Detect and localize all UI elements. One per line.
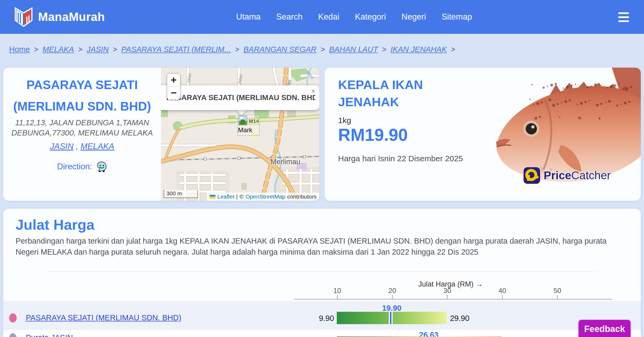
store-card: PASARAYA SEJATI (MERLIMAU SDN. BHD) 11,1… xyxy=(3,68,319,201)
map-zoom-control: + − xyxy=(167,74,180,100)
breadcrumb-separator: > xyxy=(382,45,387,54)
close-icon[interactable]: × xyxy=(311,87,316,96)
direction-label: Direction: xyxy=(57,162,92,171)
breadcrumb-separator: > xyxy=(34,45,38,54)
breadcrumb-home[interactable]: Home xyxy=(9,45,30,54)
hamburger-menu-icon[interactable] xyxy=(618,12,629,22)
manamurah-logo-icon xyxy=(14,6,34,27)
map-marker-box: M14 Mark xyxy=(237,115,259,135)
section-title: Julat Harga xyxy=(16,216,94,233)
product-card: KEPALA IKAN JENAHAK 1kg RM19.90 Harga ha… xyxy=(325,68,641,201)
axis-tick xyxy=(502,295,503,299)
current-price-label: 26.63 xyxy=(410,331,448,337)
axis-tick xyxy=(557,295,558,299)
district-average-row-link[interactable]: Purata JASIN xyxy=(26,333,73,337)
direction-row: Direction: xyxy=(3,161,161,172)
place-label: Merlimau xyxy=(270,158,300,166)
osm-link[interactable]: OpenStreetMap xyxy=(246,193,285,200)
breadcrumb-item[interactable]: IKAN JENAHAK xyxy=(391,45,447,54)
breadcrumb-item[interactable]: JASIN xyxy=(87,45,109,54)
breadcrumb-item[interactable]: BAHAN LAUT xyxy=(329,45,378,54)
axis-tick-label: 50 xyxy=(547,287,568,295)
nav-link-kategori[interactable]: Kategori xyxy=(355,12,386,22)
top-navbar: ManaMurah UtamaSearchKedaiKategoriNegeri… xyxy=(0,0,644,34)
breadcrumb-item[interactable]: PASARAYA SEJATI (MERLIM... xyxy=(121,45,231,54)
breadcrumb: Home>MELAKA>JASIN>PASARAYA SEJATI (MERLI… xyxy=(9,45,455,54)
min-price-label: 9.90 xyxy=(291,314,334,323)
leaflet-link[interactable]: Leaflet xyxy=(217,193,234,200)
store-price-row-link[interactable]: PASARAYA SEJATI (MERLIMAU SDN. BHD) xyxy=(26,313,181,322)
axis-tick xyxy=(447,295,448,299)
product-unit: 1kg xyxy=(338,116,351,125)
leaflet-map[interactable]: Jalan Jalan Jalan Merli Merlimau + − PAS… xyxy=(161,68,319,201)
breadcrumb-separator: > xyxy=(321,45,325,54)
axis-tick-label: 10 xyxy=(327,287,348,295)
road-badge: M14 xyxy=(248,118,260,124)
axis-tick xyxy=(392,295,393,299)
nav-menu: UtamaSearchKedaiKategoriNegeriSitemap xyxy=(236,0,472,34)
series-dot-icon xyxy=(9,313,17,323)
nav-link-kedai[interactable]: Kedai xyxy=(318,12,339,22)
zoom-in-button[interactable]: + xyxy=(167,74,180,87)
map-marker-icon[interactable] xyxy=(239,116,247,125)
chart-row: PASARAYA SEJATI (MERLIMAU SDN. BHD)19.90… xyxy=(3,301,641,330)
current-price-label: 19.90 xyxy=(373,304,411,313)
nav-link-negeri[interactable]: Negeri xyxy=(401,12,426,22)
nav-link-utama[interactable]: Utama xyxy=(236,12,261,22)
nav-link-search[interactable]: Search xyxy=(276,12,302,22)
marker-label: Mark xyxy=(238,126,252,134)
series-dot-icon xyxy=(9,333,17,337)
state-link[interactable]: MELAKA xyxy=(80,142,114,151)
price-range-card: Julat Harga Perbandingan harga terkini d… xyxy=(3,209,641,337)
waze-icon[interactable] xyxy=(96,161,107,172)
ukraine-flag-icon xyxy=(210,195,215,199)
breadcrumb-item[interactable]: BARANGAN SEGAR xyxy=(243,45,316,54)
map-popup-title: PASARAYA SEJATI (MERLIMAU SDN. BHD) xyxy=(166,93,315,102)
store-address: 11,12,13, JALAN DEBUNGA 1,TAMAN DEBUNGA,… xyxy=(6,118,158,138)
breadcrumb-item[interactable]: MELAKA xyxy=(42,45,74,54)
divider xyxy=(47,272,597,272)
zoom-out-button[interactable]: − xyxy=(167,87,180,100)
current-price-marker xyxy=(389,312,393,324)
max-price-label: 29.90 xyxy=(450,314,470,323)
product-name: KEPALA IKAN JENAHAK xyxy=(338,76,504,111)
product-price: RM19.90 xyxy=(338,125,408,145)
map-attribution: Leaflet | © OpenStreetMap contributors xyxy=(207,193,319,201)
manamurah-logo[interactable]: ManaMurah xyxy=(14,6,105,27)
breadcrumb-separator: > xyxy=(235,45,239,54)
breadcrumb-separator: > xyxy=(451,45,455,54)
pricecatcher-logo: PriceCatcher xyxy=(523,167,611,184)
axis-tick-label: 30 xyxy=(437,287,458,295)
district-link[interactable]: JASIN xyxy=(50,142,74,151)
axis-tick-label: 20 xyxy=(382,287,403,295)
brand-name: ManaMurah xyxy=(38,10,105,24)
map-popup-tail xyxy=(236,110,247,115)
breadcrumb-separator: > xyxy=(78,45,83,54)
nav-link-sitemap[interactable]: Sitemap xyxy=(442,12,472,22)
breadcrumb-separator: > xyxy=(113,45,117,54)
axis-tick xyxy=(337,295,338,299)
price-range-bar xyxy=(337,312,447,324)
feedback-button[interactable]: Feedback xyxy=(579,320,631,337)
store-info: PASARAYA SEJATI (MERLIMAU SDN. BHD) 11,1… xyxy=(3,68,161,201)
axis-tick-label: 40 xyxy=(492,287,513,295)
price-date-note: Harga hari Isnin 22 Disember 2025 xyxy=(338,154,463,163)
store-name: PASARAYA SEJATI (MERLIMAU SDN. BHD) xyxy=(3,74,161,117)
pricecatcher-icon xyxy=(523,167,540,184)
axis-line xyxy=(294,299,612,299)
section-description: Perbandingan harga terkini dan julat har… xyxy=(16,236,625,258)
map-popup: PASARAYA SEJATI (MERLIMAU SDN. BHD) × xyxy=(161,85,319,110)
chart-row: Purata JASIN26.639.9039.90 xyxy=(3,330,641,337)
map-scale-bar: 300 m xyxy=(164,190,198,198)
store-region-links: JASIN , MELAKA xyxy=(3,142,161,151)
